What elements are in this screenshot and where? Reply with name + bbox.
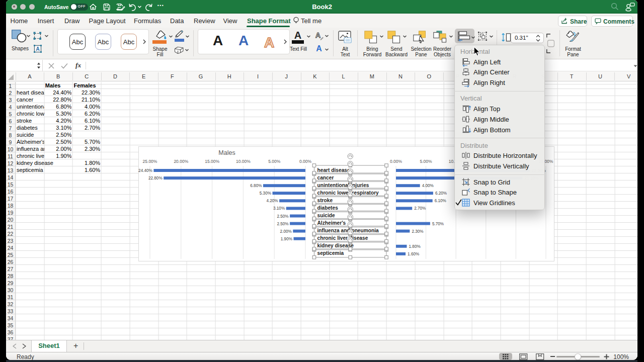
svg-text:1.60%: 1.60% — [408, 252, 419, 256]
svg-text:kidney disease: kidney disease — [317, 243, 354, 248]
svg-text:Alzheimer's: Alzheimer's — [317, 220, 346, 226]
svg-text:24.40%: 24.40% — [138, 168, 152, 173]
svg-text:6.20%: 6.20% — [435, 191, 447, 196]
svg-text:cancer: cancer — [317, 175, 334, 180]
svg-text:2.70%: 2.70% — [414, 206, 426, 211]
svg-text:25.00%: 25.00% — [143, 159, 157, 164]
svg-text:5.30%: 5.30% — [260, 191, 271, 196]
svg-text:6.80%: 6.80% — [250, 184, 262, 188]
svg-text:septicemia: septicemia — [317, 250, 344, 256]
svg-text:3.10%: 3.10% — [273, 206, 285, 211]
svg-text:A: A — [36, 46, 40, 52]
svg-text:unintentional injuries: unintentional injuries — [317, 183, 369, 188]
svg-text:5.70%: 5.70% — [432, 222, 444, 226]
svg-text:20.00%: 20.00% — [174, 159, 188, 164]
svg-text:10.00%: 10.00% — [236, 159, 251, 164]
svg-text:1.80%: 1.80% — [409, 244, 421, 249]
svg-text:suicide: suicide — [317, 213, 335, 218]
svg-text:4.20%: 4.20% — [266, 199, 278, 203]
svg-text:15.00%: 15.00% — [205, 159, 219, 164]
svg-text:stroke: stroke — [317, 198, 333, 203]
svg-text:heart disease: heart disease — [317, 167, 350, 173]
svg-text:2.30%: 2.30% — [412, 229, 423, 234]
svg-text:chronic liver disease: chronic liver disease — [317, 235, 368, 241]
svg-text:A: A — [264, 35, 274, 50]
svg-text:4.00%: 4.00% — [422, 184, 434, 188]
svg-text:2.00%: 2.00% — [280, 229, 292, 234]
svg-text:diabetes: diabetes — [317, 205, 339, 211]
svg-text:0.00%: 0.00% — [390, 159, 403, 164]
svg-text:22.80%: 22.80% — [148, 176, 163, 180]
svg-text:5.00%: 5.00% — [268, 159, 281, 164]
svg-text:A: A — [315, 31, 320, 39]
svg-text:6.10%: 6.10% — [435, 199, 446, 203]
svg-text:2.50%: 2.50% — [277, 222, 288, 226]
svg-text:0.00%: 0.00% — [299, 159, 312, 164]
svg-text:1.90%: 1.90% — [281, 237, 292, 241]
svg-text:5.00%: 5.00% — [420, 159, 433, 164]
svg-text:Males: Males — [218, 149, 235, 156]
svg-text:2.50%: 2.50% — [277, 214, 288, 219]
